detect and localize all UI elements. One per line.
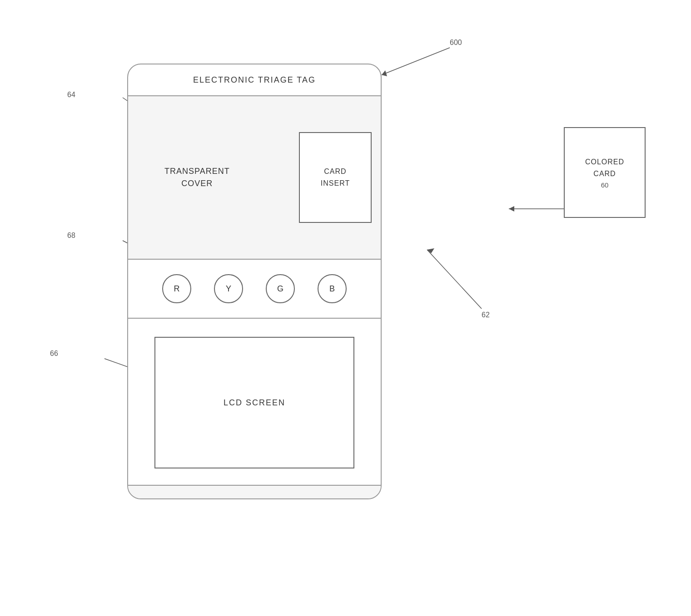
device-outline: ELECTRONIC TRIAGE TAG TRANSPARENTCOVER C…: [127, 64, 382, 499]
button-g-label: G: [277, 284, 283, 294]
svg-marker-9: [509, 206, 514, 212]
device-title: ELECTRONIC TRIAGE TAG: [193, 75, 316, 85]
buttons-section: R Y G B: [128, 260, 381, 319]
colored-card-label: COLOREDCARD: [585, 156, 624, 179]
transparent-cover-section: TRANSPARENTCOVER CARDINSERT: [128, 96, 381, 260]
svg-marker-1: [382, 70, 387, 76]
colored-card-number: 60: [601, 181, 609, 189]
button-g[interactable]: G: [266, 274, 295, 303]
button-r[interactable]: R: [162, 274, 191, 303]
ref-68: 68: [67, 232, 75, 240]
svg-line-10: [427, 250, 482, 309]
lcd-screen-label: LCD SCREEN: [224, 398, 285, 408]
lcd-section: LCD SCREEN: [128, 319, 381, 487]
ref-66: 66: [50, 350, 58, 358]
device-title-bar: ELECTRONIC TRIAGE TAG: [128, 64, 381, 96]
ref-64: 64: [67, 91, 75, 99]
lcd-screen: LCD SCREEN: [154, 337, 354, 468]
card-insert-box: CARDINSERT: [299, 132, 372, 223]
card-insert-label: CARDINSERT: [321, 166, 350, 189]
device-bottom-bar: [128, 485, 381, 498]
button-b[interactable]: B: [318, 274, 347, 303]
ref-600: 600: [450, 39, 462, 47]
svg-marker-11: [427, 248, 434, 253]
colored-card-box: COLOREDCARD 60: [564, 127, 646, 218]
button-y[interactable]: Y: [214, 274, 243, 303]
transparent-cover-label: TRANSPARENTCOVER: [164, 165, 230, 190]
button-r-label: R: [174, 284, 180, 294]
button-y-label: Y: [226, 284, 231, 294]
ref-62: 62: [482, 311, 490, 319]
svg-line-0: [382, 48, 450, 75]
button-b-label: B: [329, 284, 335, 294]
diagram-container: ELECTRONIC TRIAGE TAG TRANSPARENTCOVER C…: [0, 0, 691, 616]
